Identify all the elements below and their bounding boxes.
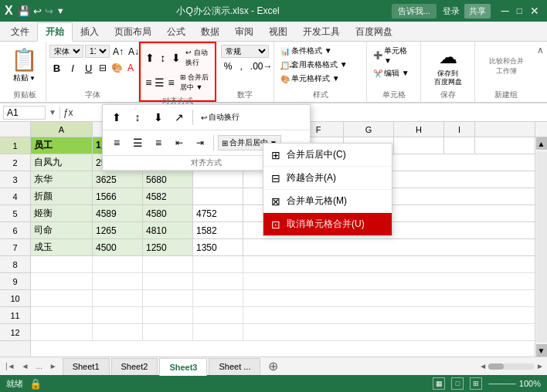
macro-security-icon[interactable]: 🔒 xyxy=(29,378,42,390)
align-tool-top[interactable]: ⬆ xyxy=(107,108,126,127)
add-sheet-btn[interactable]: ⊕ xyxy=(262,357,284,375)
tab-insert[interactable]: 插入 xyxy=(73,22,107,41)
insert-btn[interactable]: ➕单元格 ▼ xyxy=(370,45,417,66)
sheet-tab-sheet3[interactable]: Sheet3 xyxy=(159,358,207,376)
tab-home[interactable]: 开始 xyxy=(37,22,73,42)
merge-option-4[interactable]: ⊡ 取消单元格合并(U) xyxy=(263,213,392,235)
fill-color-btn[interactable]: 🎨 xyxy=(110,62,124,74)
save-icon[interactable]: 💾 xyxy=(18,5,30,17)
sheet-tab-sheet1[interactable]: Sheet1 xyxy=(63,358,110,375)
cell-b6[interactable]: 1265 xyxy=(93,222,143,238)
customize-icon[interactable]: ▼ xyxy=(56,6,65,15)
merge-center-btn[interactable]: ⊞ 合并后居中 ▼ xyxy=(178,71,212,94)
cell-style-btn[interactable]: 🎨单元格样式 ▼ xyxy=(277,73,363,85)
cell-a3[interactable]: 东华 xyxy=(31,171,93,188)
cell-a7[interactable]: 成玉 xyxy=(31,239,93,255)
cell-b3[interactable]: 3625 xyxy=(93,171,143,188)
border-btn[interactable]: ⊟ xyxy=(97,62,108,74)
increase-decimal-btn[interactable]: .00→ xyxy=(247,59,276,73)
cell-a4[interactable]: 折颜 xyxy=(31,188,93,204)
col-header-a[interactable]: A xyxy=(31,122,93,137)
close-btn[interactable]: ✕ xyxy=(527,5,542,17)
merge-option-2[interactable]: ⊟ 跨越合并(A) xyxy=(263,167,392,190)
cell-h1[interactable] xyxy=(394,137,444,154)
delete-btn[interactable]: ✂️编辑 ▼ xyxy=(370,67,417,79)
expand-formula-icon[interactable]: ▼ xyxy=(49,108,56,117)
sheet-nav-more[interactable]: ... xyxy=(32,361,45,371)
cell-c4[interactable]: 4582 xyxy=(143,188,193,204)
align-tool-vmid[interactable]: ↕ xyxy=(128,108,147,127)
align-left-btn[interactable]: ≡ xyxy=(144,74,153,91)
bold-btn[interactable]: B xyxy=(49,59,64,76)
tab-formula[interactable]: 公式 xyxy=(159,22,193,41)
cell-a5[interactable]: 姬衡 xyxy=(31,205,93,221)
align-top-btn[interactable]: ⬆ xyxy=(144,49,155,66)
align-tool-angle[interactable]: ↗ xyxy=(170,108,189,127)
ribbon-collapse-btn[interactable]: ∧ xyxy=(537,45,544,56)
sheet-nav-first[interactable]: |◄ xyxy=(3,361,18,371)
cell-b4[interactable]: 1566 xyxy=(93,188,143,204)
undo-icon[interactable]: ↩ xyxy=(33,5,42,17)
font-color-btn[interactable]: A xyxy=(126,62,135,74)
paste-btn[interactable]: 📋 粘贴▼ xyxy=(11,49,38,83)
col-header-h[interactable]: H xyxy=(394,122,444,137)
cell-a2[interactable]: 自凤九 xyxy=(31,154,93,171)
cell-c5[interactable]: 4580 xyxy=(143,205,193,221)
sheet-tab-sheet2[interactable]: Sheet2 xyxy=(111,358,158,375)
cell-reference-box[interactable] xyxy=(3,106,46,120)
zoom-slider[interactable]: ───── 100% xyxy=(488,379,541,388)
cell-b5[interactable]: 4589 xyxy=(93,205,143,221)
underline-btn[interactable]: U xyxy=(81,59,96,76)
merge-option-3[interactable]: ⊠ 合并单元格(M) xyxy=(263,190,392,213)
col-header-i[interactable]: I xyxy=(444,122,475,137)
maximize-btn[interactable]: □ xyxy=(514,5,525,16)
comma-btn[interactable]: , xyxy=(236,59,245,73)
save-baidu-btn[interactable]: ☁ xyxy=(439,46,457,68)
align-tool-right[interactable]: ≡ xyxy=(149,133,168,152)
cell-a1[interactable]: 员工 xyxy=(31,137,93,154)
minimize-btn[interactable]: ─ xyxy=(498,5,512,17)
col-header-g[interactable]: G xyxy=(344,122,394,137)
tab-view[interactable]: 视图 xyxy=(261,22,295,41)
conditional-format-btn[interactable]: 📊条件格式 ▼ xyxy=(277,45,363,57)
redo-icon[interactable]: ↪ xyxy=(45,5,53,17)
cell-d7[interactable]: 1350 xyxy=(193,239,243,255)
tab-baidu[interactable]: 百度网盘 xyxy=(348,22,400,41)
cell-c6[interactable]: 4810 xyxy=(143,222,193,238)
tab-review[interactable]: 审阅 xyxy=(227,22,261,41)
login-btn[interactable]: 登录 xyxy=(443,5,460,17)
view-layout-btn[interactable]: □ xyxy=(451,377,464,390)
cell-i1[interactable] xyxy=(444,137,475,154)
align-tool-bottom[interactable]: ⬇ xyxy=(149,108,168,127)
align-tool-indent-dec[interactable]: ⇤ xyxy=(170,133,189,152)
sheet-nav-next[interactable]: ► xyxy=(47,361,59,371)
merge-option-1[interactable]: ⊞ 合并后居中(C) xyxy=(263,144,392,167)
horizontal-scrollbar[interactable]: ◄ ► xyxy=(476,362,547,370)
cell-c7[interactable]: 1250 xyxy=(143,239,193,255)
tab-file[interactable]: 文件 xyxy=(3,22,37,41)
sheet-tab-sheet4[interactable]: Sheet ... xyxy=(209,358,260,375)
align-center-btn[interactable]: ☰ xyxy=(155,74,165,91)
function-icon[interactable]: ƒx xyxy=(63,107,73,118)
font-size-select[interactable]: 11 xyxy=(85,45,110,58)
cell-d4[interactable] xyxy=(193,188,243,204)
cell-d3[interactable] xyxy=(193,171,243,188)
search-box[interactable]: 告诉我... xyxy=(392,4,437,19)
view-break-btn[interactable]: ⊞ xyxy=(470,377,482,390)
font-name-select[interactable]: 宋体 xyxy=(49,45,83,58)
cell-d5[interactable]: 4752 xyxy=(193,205,243,221)
align-tool-left[interactable]: ≡ xyxy=(107,133,126,152)
align-tool-indent-inc[interactable]: ⇥ xyxy=(191,133,209,152)
wrap-text-dropdown-btn[interactable]: ↩ 自动换行 xyxy=(197,110,243,125)
cell-d6[interactable]: 1582 xyxy=(193,222,243,238)
align-middle-btn[interactable]: ↕ xyxy=(157,49,168,66)
percent-btn[interactable]: % xyxy=(221,59,236,73)
italic-btn[interactable]: I xyxy=(66,59,80,76)
sheet-nav-prev[interactable]: ◄ xyxy=(19,361,32,371)
tab-data[interactable]: 数据 xyxy=(193,22,227,41)
increase-font-btn[interactable]: A↑ xyxy=(111,46,125,58)
wrap-text-btn[interactable]: ↩ 自动换行 xyxy=(183,46,211,69)
tab-developer[interactable]: 开发工具 xyxy=(295,22,348,41)
view-normal-btn[interactable]: ▦ xyxy=(433,377,445,390)
align-right-btn[interactable]: ≡ xyxy=(166,74,175,91)
